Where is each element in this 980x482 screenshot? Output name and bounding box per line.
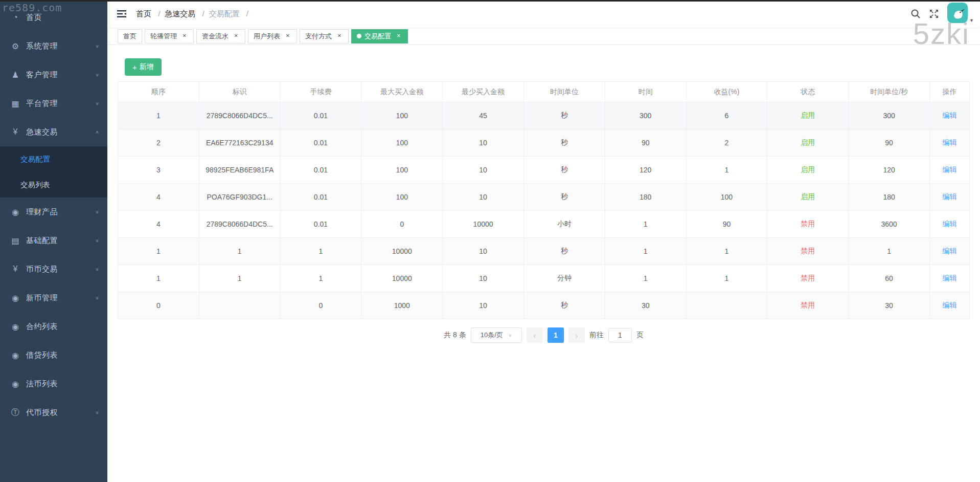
goto-label: 前往 (589, 331, 604, 340)
tab[interactable]: 交易配置 × (351, 29, 408, 43)
chevron-icon: ∨ (95, 43, 99, 49)
status-badge: 禁用 (801, 247, 815, 255)
breadcrumb-link[interactable]: 急速交易 (165, 9, 195, 18)
sidebar-item-row[interactable]: ⚙ 系统管理 ∨ (0, 32, 107, 60)
sidebar-item-label: 借贷列表 (26, 350, 99, 360)
cell-time: 120 (605, 157, 686, 184)
sidebar-item-row[interactable]: ◉ 法币列表 (0, 369, 107, 398)
cell-seq: 1 (118, 238, 199, 265)
edit-link[interactable]: 编辑 (943, 165, 957, 173)
compass-icon: ◉ (9, 207, 21, 217)
chevron-icon: ∨ (95, 209, 99, 214)
tab[interactable]: 轮播管理 × (145, 29, 194, 43)
sidebar-item-label: 首页 (26, 13, 99, 23)
sidebar-item: ♟ 客户管理 ∨ (0, 60, 107, 89)
cell-time: 30 (605, 292, 686, 319)
breadcrumb-item: 急速交易 / (165, 9, 209, 19)
edit-link[interactable]: 编辑 (943, 138, 957, 146)
chevron-icon: ∨ (95, 101, 99, 106)
breadcrumb-link[interactable]: 交易配置 (209, 9, 240, 18)
search-icon[interactable] (910, 9, 921, 19)
tab-label: 交易配置 (364, 32, 391, 41)
page-size-value: 10条/页 (481, 331, 503, 340)
tab[interactable]: 首页 × (118, 29, 142, 43)
active-dot-icon (357, 34, 361, 38)
navbar-right: ▼ (910, 3, 974, 25)
user-menu[interactable]: ▼ (947, 3, 974, 25)
edit-link[interactable]: 编辑 (943, 301, 957, 309)
compass-icon: ◉ (9, 379, 21, 389)
sidebar-item-row[interactable]: Ⓣ 代币授权 ∨ (0, 398, 107, 427)
current-page-button[interactable]: 1 (548, 327, 564, 343)
sidebar-item-row[interactable]: ▤ 基础配置 ∨ (0, 226, 107, 255)
hamburger-icon[interactable] (117, 9, 127, 18)
edit-link[interactable]: 编辑 (943, 111, 957, 119)
breadcrumb-link[interactable]: 首页 (136, 9, 151, 18)
goto-page-input[interactable] (608, 328, 632, 342)
cell-id: 2789C8066D4DC5... (199, 211, 280, 238)
cell-unit-seconds: 180 (849, 184, 930, 211)
sidebar-item-row[interactable]: ◉ 合约列表 (0, 312, 107, 341)
edit-link[interactable]: 编辑 (943, 274, 957, 282)
sidebar: re589.com ◔ 首页 ⚙ 系统管理 ∨ (0, 0, 107, 482)
sidebar-item-label: 合约列表 (26, 322, 99, 332)
tab[interactable]: 支付方式 × (300, 29, 349, 43)
page-size-select[interactable]: 10条/页 ∨ (471, 327, 522, 343)
sidebar-item-row[interactable]: ¥ 急速交易 ∧ (0, 118, 107, 146)
cell-profit: 90 (686, 211, 767, 238)
sidebar-subitem[interactable]: 交易配置 (0, 146, 107, 172)
cell-profit: 1 (686, 238, 767, 265)
next-page-button[interactable]: › (568, 327, 585, 343)
edit-link[interactable]: 编辑 (943, 247, 957, 255)
sidebar-item-row[interactable]: ◉ 新币管理 ∨ (0, 283, 107, 312)
sidebar-item-row[interactable]: ◉ 借贷列表 (0, 341, 107, 369)
edit-link[interactable]: 编辑 (943, 192, 957, 201)
close-icon[interactable]: × (395, 32, 402, 40)
cell-profit (686, 292, 767, 319)
sidebar-item: ▦ 平台管理 ∨ (0, 89, 107, 118)
add-button-label: 新增 (140, 62, 154, 72)
sidebar-item-label: 代币授权 (26, 408, 95, 418)
status-badge: 启用 (801, 165, 815, 173)
cell-seq: 1 (118, 265, 199, 292)
fullscreen-icon[interactable] (929, 9, 939, 19)
tab[interactable]: 用户列表 × (248, 29, 297, 43)
sidebar-item-label: 理财产品 (26, 207, 95, 217)
sidebar-item-row[interactable]: ♟ 客户管理 ∨ (0, 60, 107, 89)
sidebar-item: ⚙ 系统管理 ∨ (0, 32, 107, 60)
cell-min-buy: 45 (443, 102, 524, 129)
cell-status: 启用 (767, 184, 849, 211)
cell-min-buy: 10 (443, 184, 524, 211)
chevron-down-icon: ∨ (508, 333, 512, 338)
column-header: 收益(%) (686, 82, 767, 102)
sidebar-item-row[interactable]: ◔ 首页 (0, 3, 107, 32)
status-badge: 禁用 (801, 301, 815, 309)
cell-max-buy: 10000 (361, 238, 443, 265)
close-icon[interactable]: × (180, 32, 188, 40)
close-icon[interactable]: × (335, 32, 343, 40)
cell-time-unit: 小时 (523, 211, 605, 238)
cell-time: 180 (605, 184, 686, 211)
edit-link[interactable]: 编辑 (943, 220, 957, 228)
cell-action: 编辑 (930, 211, 970, 238)
sidebar-subitem[interactable]: 交易列表 (0, 172, 107, 198)
cell-status: 禁用 (767, 292, 849, 319)
add-button[interactable]: + 新增 (125, 58, 162, 76)
table-row: 1 2789C8066D4DC5... 0.01 100 45 秒 300 6 … (118, 102, 970, 129)
sidebar-item-row[interactable]: ▦ 平台管理 ∨ (0, 89, 107, 118)
close-icon[interactable]: × (284, 32, 291, 40)
prev-page-button[interactable]: ‹ (527, 327, 543, 343)
sidebar-item-row[interactable]: ◉ 理财产品 ∨ (0, 198, 107, 226)
sidebar-item-row[interactable]: ¥ 币币交易 ∨ (0, 255, 107, 283)
cell-status: 禁用 (767, 238, 849, 265)
close-icon[interactable]: × (232, 32, 240, 40)
column-header: 最少买入金额 (443, 82, 524, 102)
sidebar-item-label: 币币交易 (26, 265, 95, 274)
cell-action: 编辑 (930, 184, 970, 211)
status-badge: 禁用 (801, 274, 815, 282)
cell-max-buy: 0 (361, 211, 443, 238)
tab[interactable]: 资金流水 × (196, 29, 245, 43)
sidebar-item: ◉ 法币列表 (0, 369, 107, 398)
yen-icon: ¥ (9, 265, 21, 274)
tab-label: 用户列表 (254, 32, 280, 41)
